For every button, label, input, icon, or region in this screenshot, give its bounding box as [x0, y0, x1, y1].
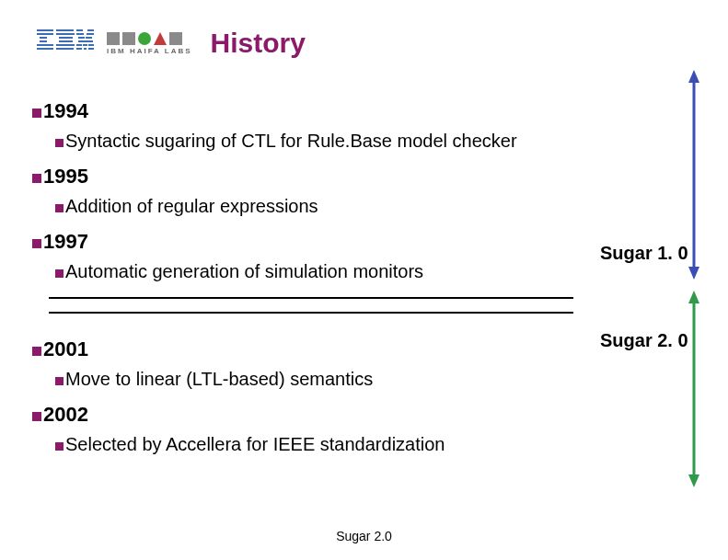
desc-text: Selected by Accellera for IEEE standardi… [65, 434, 445, 455]
timeline-desc: Move to linear (LTL-based) semantics [55, 369, 691, 390]
timeline-arrows-icon [683, 59, 711, 500]
svg-rect-8 [59, 37, 73, 39]
sugar1-label: Sugar 1. 0 [600, 243, 688, 264]
svg-rect-10 [56, 44, 75, 46]
svg-rect-12 [76, 29, 83, 31]
timeline-desc: Addition of regular expressions [55, 196, 691, 217]
year-label: 2002 [43, 403, 88, 427]
svg-rect-24 [88, 48, 94, 50]
svg-rect-7 [56, 33, 75, 35]
desc-text: Move to linear (LTL-based) semantics [65, 369, 373, 390]
slide-title: History [211, 28, 306, 59]
square-icon [107, 32, 120, 45]
year-label: 2001 [43, 337, 88, 361]
timeline-year: 1994 [32, 99, 691, 123]
svg-rect-22 [76, 48, 82, 50]
svg-marker-26 [688, 70, 699, 83]
timeline-year: 1997 [32, 230, 691, 254]
slide-content: 1994 Syntactic sugaring of CTL for Rule.… [0, 59, 728, 455]
svg-marker-30 [688, 474, 699, 487]
desc-text: Addition of regular expressions [65, 196, 318, 217]
slide-header: IBM HAIFA LABS History [0, 0, 728, 59]
svg-rect-13 [87, 29, 94, 31]
svg-rect-4 [37, 44, 53, 46]
svg-rect-11 [56, 48, 74, 50]
svg-marker-27 [688, 267, 699, 280]
bullet-icon [32, 174, 41, 183]
desc-text: Automatic generation of simulation monit… [65, 261, 423, 282]
circle-icon [138, 32, 151, 45]
sugar2-label: Sugar 2. 0 [600, 330, 688, 351]
svg-rect-6 [56, 29, 74, 31]
bullet-icon [55, 204, 64, 212]
bullet-icon [32, 239, 41, 248]
svg-rect-17 [86, 37, 92, 39]
svg-rect-16 [78, 37, 85, 39]
haifa-shapes-icon [107, 32, 192, 45]
square-icon [122, 32, 135, 45]
svg-rect-3 [40, 40, 47, 42]
bullet-icon [55, 442, 64, 451]
timeline-year: 2002 [32, 403, 691, 427]
year-label: 1995 [43, 165, 88, 189]
bullet-icon [55, 377, 64, 385]
bullet-icon [32, 109, 41, 118]
year-label: 1997 [43, 230, 88, 254]
slide-footer: Sugar 2.0 [0, 529, 728, 543]
svg-rect-21 [88, 44, 94, 46]
svg-rect-23 [84, 48, 87, 50]
divider-line [49, 312, 573, 314]
desc-text: Syntactic sugaring of CTL for Rule.Base … [65, 131, 517, 152]
bullet-icon [32, 347, 41, 356]
timeline-desc: Automatic generation of simulation monit… [55, 261, 691, 282]
triangle-icon [154, 32, 167, 45]
timeline-year: 1995 [32, 165, 691, 189]
timeline-desc: Syntactic sugaring of CTL for Rule.Base … [55, 131, 691, 152]
bullet-icon [32, 412, 41, 421]
haifa-labs-logo: IBM HAIFA LABS [107, 32, 192, 55]
svg-rect-14 [76, 33, 84, 35]
svg-rect-19 [76, 44, 82, 46]
haifa-labs-text: IBM HAIFA LABS [107, 47, 192, 55]
year-label: 1994 [43, 99, 88, 123]
svg-rect-15 [87, 33, 94, 35]
square-icon [169, 32, 182, 45]
ibm-logo-icon [37, 29, 94, 57]
bullet-icon [55, 269, 64, 278]
bullet-icon [55, 139, 64, 147]
svg-marker-29 [688, 291, 699, 303]
svg-rect-2 [40, 37, 47, 39]
svg-rect-1 [37, 33, 53, 35]
timeline-year: 2001 [32, 337, 691, 361]
timeline-desc: Selected by Accellera for IEEE standardi… [55, 434, 691, 455]
svg-rect-9 [59, 40, 73, 42]
svg-rect-0 [37, 29, 53, 31]
divider-line [49, 297, 573, 299]
svg-rect-5 [37, 48, 53, 50]
svg-rect-18 [78, 40, 93, 42]
svg-rect-20 [83, 44, 87, 46]
